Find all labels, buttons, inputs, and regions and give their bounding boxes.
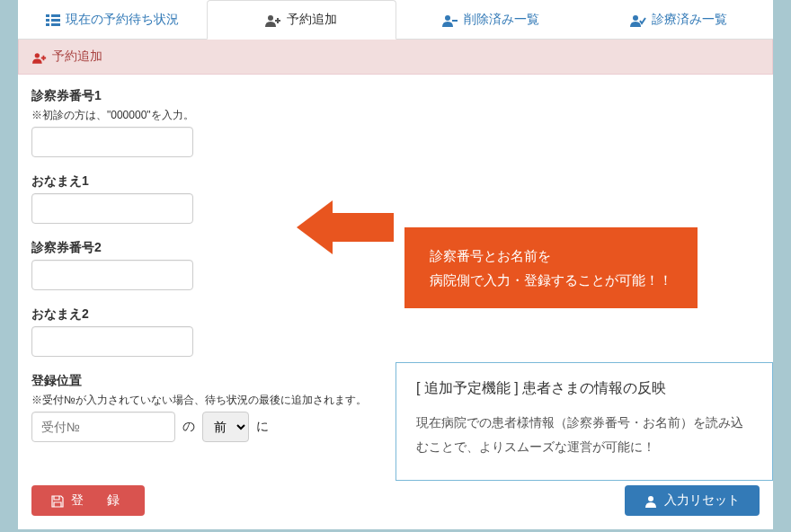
tab-label: 診療済み一覧 — [652, 12, 727, 28]
list-icon — [46, 12, 60, 26]
user-plus-icon — [32, 49, 47, 64]
tab-label: 予約追加 — [287, 12, 337, 28]
tabs-nav: 現在の予約待ち状況 予約追加 削除済み一覧 診療済み一覧 — [18, 0, 773, 40]
field-name1: おなまえ1 — [31, 173, 760, 224]
tab-label: 削除済み一覧 — [464, 12, 539, 28]
position-no-text: の — [182, 419, 195, 435]
ticket2-input[interactable] — [31, 260, 193, 290]
ticket1-input[interactable] — [31, 127, 193, 157]
svg-point-9 — [35, 53, 40, 58]
tab-treated-list[interactable]: 診療済み一覧 — [585, 0, 774, 39]
panel-header: 予約追加 — [18, 40, 773, 75]
save-icon — [51, 493, 64, 508]
panel-header-title: 予約追加 — [52, 49, 102, 65]
info-title: [ 追加予定機能 ] 患者さまの情報の反映 — [416, 379, 752, 398]
svg-rect-1 — [51, 14, 60, 17]
info-box: [ 追加予定機能 ] 患者さまの情報の反映 現在病院での患者様情報（診察券番号・… — [396, 362, 773, 481]
register-button[interactable]: 登 録 — [31, 485, 145, 516]
field-ticket1: 診察券番号1 ※初診の方は、"000000"を入力。 — [31, 88, 760, 157]
ticket1-hint: ※初診の方は、"000000"を入力。 — [31, 108, 760, 123]
callout-line2: 病院側で入力・登録することが可能！！ — [430, 268, 672, 292]
tab-label: 現在の予約待ち状況 — [66, 12, 179, 28]
svg-point-7 — [445, 15, 450, 21]
name2-label: おなまえ2 — [31, 306, 760, 323]
position-input[interactable] — [31, 412, 175, 442]
user-check-icon — [630, 12, 646, 26]
tab-add-reservation[interactable]: 予約追加 — [207, 0, 397, 40]
reset-label: 入力リセット — [664, 492, 740, 509]
field-name2: おなまえ2 — [31, 306, 760, 357]
position-select[interactable]: 前 — [202, 412, 249, 442]
svg-rect-0 — [46, 14, 49, 17]
user-minus-icon — [442, 12, 458, 26]
svg-rect-2 — [46, 19, 49, 22]
user-plus-icon — [265, 13, 281, 27]
callout-line1: 診察番号とお名前を — [430, 244, 672, 268]
svg-rect-4 — [46, 23, 49, 26]
name1-input[interactable] — [31, 193, 193, 224]
svg-rect-3 — [51, 19, 60, 22]
name1-label: おなまえ1 — [31, 173, 760, 190]
svg-point-6 — [268, 15, 273, 21]
position-ni-text: に — [256, 419, 269, 435]
name2-input[interactable] — [31, 326, 193, 357]
ticket1-label: 診察券番号1 — [31, 88, 760, 104]
info-body: 現在病院での患者様情報（診察券番号・お名前）を読み込むことで、よりスムーズな運営… — [416, 411, 752, 458]
register-label: 登 録 — [71, 492, 125, 509]
callout: 診察番号とお名前を 病院側で入力・登録することが可能！！ — [306, 227, 698, 308]
user-icon — [644, 493, 657, 508]
svg-point-10 — [648, 496, 653, 501]
reset-button[interactable]: 入力リセット — [625, 485, 760, 516]
svg-point-8 — [633, 15, 638, 21]
tab-waitlist[interactable]: 現在の予約待ち状況 — [18, 0, 207, 39]
tab-deleted-list[interactable]: 削除済み一覧 — [396, 0, 585, 39]
svg-rect-5 — [51, 23, 60, 26]
